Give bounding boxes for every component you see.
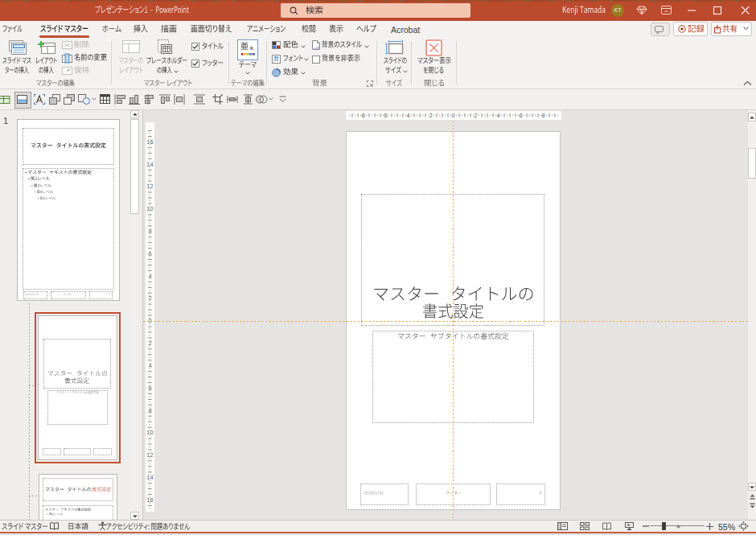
svg-text:8: 8 bbox=[541, 112, 544, 119]
svg-text:6: 6 bbox=[148, 385, 151, 392]
svg-text:6: 6 bbox=[148, 250, 151, 257]
svg-text:2: 2 bbox=[429, 112, 432, 119]
svg-text:14: 14 bbox=[146, 474, 153, 481]
svg-text:8: 8 bbox=[148, 228, 151, 235]
svg-text:12: 12 bbox=[146, 183, 153, 190]
svg-text:8: 8 bbox=[148, 407, 151, 414]
svg-text:0: 0 bbox=[451, 112, 454, 119]
svg-text:12: 12 bbox=[146, 451, 153, 459]
svg-text:6: 6 bbox=[519, 112, 522, 119]
svg-text:6: 6 bbox=[384, 112, 387, 119]
svg-text:4: 4 bbox=[148, 273, 151, 280]
svg-text:2: 2 bbox=[148, 294, 151, 302]
svg-text:4: 4 bbox=[406, 112, 409, 119]
svg-text:10: 10 bbox=[146, 205, 153, 212]
svg-text:16: 16 bbox=[146, 496, 153, 504]
svg-text:2: 2 bbox=[474, 112, 477, 119]
svg-text:14: 14 bbox=[146, 161, 153, 168]
svg-text:8: 8 bbox=[361, 112, 364, 119]
svg-text:4: 4 bbox=[148, 362, 151, 369]
svg-text:16: 16 bbox=[146, 138, 153, 146]
svg-text:10: 10 bbox=[146, 429, 153, 436]
svg-text:4: 4 bbox=[496, 112, 499, 119]
svg-text:2: 2 bbox=[148, 340, 151, 347]
